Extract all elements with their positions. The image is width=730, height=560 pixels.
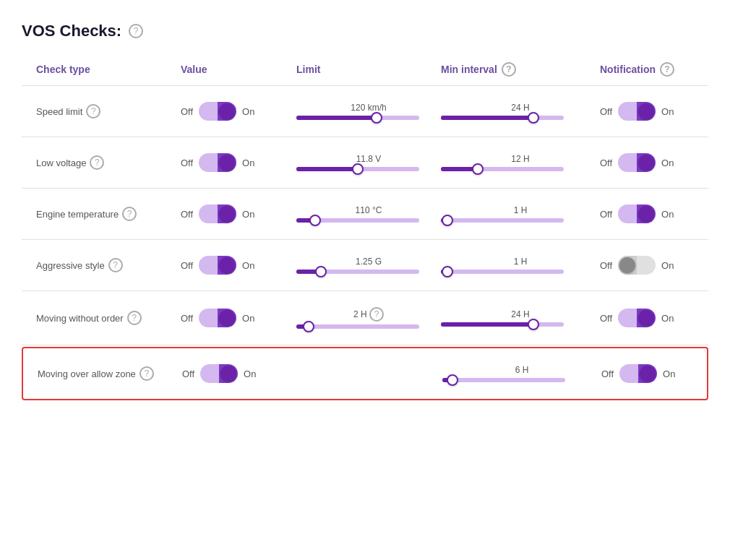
moving-without-order-notification-toggle[interactable]: Off On [600, 309, 730, 327]
moving-without-order-interval-label: 24 H [441, 309, 600, 319]
engine-temperature-limit-cell: 110 °C [296, 205, 441, 223]
moving-without-order-limit-cell: 2 H ? [296, 307, 441, 329]
engine-temperature-check-type: Engine temperature ? [36, 207, 181, 221]
speed-limit-limit-slider: 120 km/h [296, 103, 441, 120]
moving-over-allow-zone-interval-label: 6 H [442, 365, 601, 375]
aggressive-style-help-icon[interactable]: ? [108, 258, 123, 272]
engine-temperature-interval-label: 1 H [441, 205, 600, 215]
header-value: Value [181, 62, 296, 77]
speed-limit-help-icon[interactable]: ? [86, 104, 100, 119]
engine-temperature-limit-slider: 110 °C [296, 205, 441, 223]
aggressive-style-limit-slider: 1.25 G [296, 257, 441, 274]
moving-over-allow-zone-interval-slider: 6 H [442, 365, 601, 382]
engine-temperature-limit-label: 110 °C [296, 205, 441, 215]
checks-table: Check type Value Limit Min interval ? No… [22, 62, 708, 400]
aggressive-style-check-type: Aggressive style ? [36, 258, 181, 272]
speed-limit-check-type: Speed limit ? [36, 104, 181, 119]
speed-limit-interval-slider: 24 H [441, 103, 600, 120]
moving-over-allow-zone-check-type: Moving over allow zone ? [38, 366, 182, 381]
page-help-icon[interactable]: ? [129, 24, 143, 38]
speed-limit-limit-cell: 120 km/h [296, 103, 441, 120]
table-header: Check type Value Limit Min interval ? No… [22, 62, 708, 86]
aggressive-style-limit-label: 1.25 G [296, 257, 441, 267]
moving-over-allow-zone-notification-toggle[interactable]: Off On [601, 364, 730, 383]
aggressive-style-limit-cell: 1.25 G [296, 257, 441, 274]
notification-header-help-icon[interactable]: ? [660, 62, 674, 77]
table-body: Speed limit ? Off On 120 km/h 24 H [22, 86, 708, 400]
moving-over-allow-zone-help-icon[interactable]: ? [139, 366, 154, 381]
low-voltage-limit-cell: 11.8 V [296, 154, 441, 171]
header-check-type: Check type [36, 62, 181, 77]
table-row: Aggressive style ? Off On 1.25 G 1 H [22, 240, 708, 291]
moving-without-order-help-icon[interactable]: ? [127, 311, 142, 325]
moving-over-allow-zone-value-toggle[interactable]: Off On [182, 364, 298, 383]
engine-temperature-notification-toggle[interactable]: Off On [600, 204, 730, 223]
header-notification: Notification ? [600, 62, 730, 77]
page-title: VOS Checks: [22, 22, 121, 40]
table-row: Low voltage ? Off On 11.8 V 12 H [22, 137, 708, 189]
low-voltage-limit-label: 11.8 V [296, 154, 441, 164]
table-row: Moving without order ? Off On 2 H ? 24 H [22, 291, 708, 345]
header-limit: Limit [296, 62, 441, 77]
aggressive-style-notification-toggle[interactable]: Off On [600, 256, 730, 275]
speed-limit-notification-toggle[interactable]: Off On [600, 102, 730, 121]
aggressive-style-value-toggle[interactable]: Off On [181, 256, 296, 275]
moving-without-order-limit-label: 2 H ? [296, 307, 441, 322]
moving-without-order-value-toggle[interactable]: Off On [181, 309, 296, 327]
table-row: Speed limit ? Off On 120 km/h 24 H [22, 86, 708, 137]
aggressive-style-interval-label: 1 H [441, 257, 600, 267]
table-row: Engine temperature ? Off On 110 °C 1 H [22, 189, 708, 240]
aggressive-style-interval-slider: 1 H [441, 257, 600, 274]
moving-without-order-limit-slider: 2 H ? [296, 307, 441, 329]
low-voltage-help-icon[interactable]: ? [90, 155, 104, 170]
low-voltage-check-type: Low voltage ? [36, 155, 181, 170]
speed-limit-value-toggle[interactable]: Off On [181, 102, 296, 121]
table-row: Moving over allow zone ? Off On 6 H Off [22, 347, 708, 400]
header-min-interval: Min interval ? [441, 62, 600, 77]
speed-limit-interval-label: 24 H [441, 103, 600, 113]
speed-limit-limit-label: 120 km/h [296, 103, 441, 113]
engine-temperature-interval-slider: 1 H [441, 205, 600, 223]
low-voltage-notification-toggle[interactable]: Off On [600, 153, 730, 172]
interval-header-help-icon[interactable]: ? [502, 62, 516, 77]
low-voltage-interval-slider: 12 H [441, 154, 600, 171]
moving-without-order-limit-help[interactable]: ? [369, 307, 384, 322]
engine-temperature-help-icon[interactable]: ? [122, 207, 137, 221]
moving-without-order-interval-slider: 24 H [441, 309, 600, 327]
moving-without-order-check-type: Moving without order ? [36, 311, 181, 325]
low-voltage-value-toggle[interactable]: Off On [181, 153, 296, 172]
low-voltage-limit-slider: 11.8 V [296, 154, 441, 171]
engine-temperature-value-toggle[interactable]: Off On [181, 204, 296, 223]
low-voltage-interval-label: 12 H [441, 154, 600, 164]
